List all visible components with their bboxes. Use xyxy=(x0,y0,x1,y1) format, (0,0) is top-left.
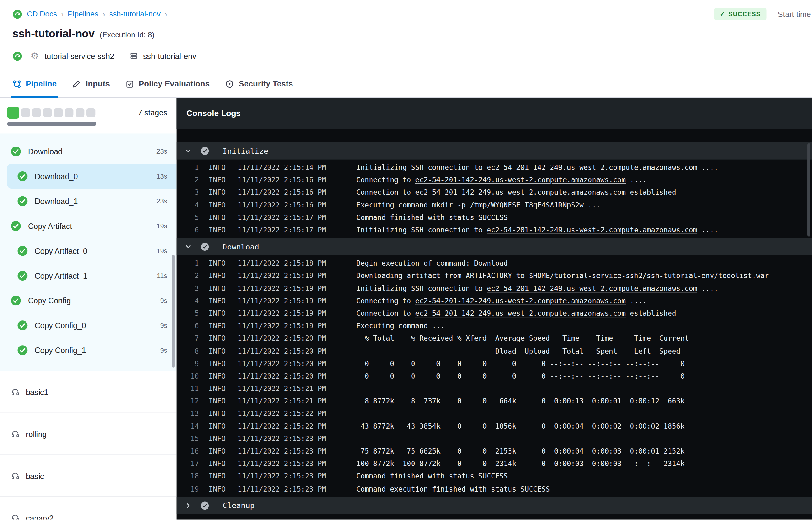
log-link[interactable]: ec2-54-201-142-249.us-west-2.compute.ama… xyxy=(415,297,626,305)
chevron-right-icon[interactable] xyxy=(185,502,192,509)
log-timestamp: 11/11/2022 2:15:23 PM xyxy=(238,434,339,443)
tab-security-tests[interactable]: Security Tests xyxy=(225,70,293,97)
log-text: .... xyxy=(697,226,718,234)
log-link[interactable]: ec2-54-201-142-249.us-west-2.compute.ama… xyxy=(487,226,697,234)
stage-item-collapsed[interactable]: canary2 xyxy=(0,497,177,519)
log-section-header[interactable]: Initialize xyxy=(177,142,812,160)
log-line: 2INFO11/11/2022 2:15:16 PMConnecting to … xyxy=(177,174,812,186)
breadcrumb-link[interactable]: ssh-tutorial-nov xyxy=(109,10,161,18)
log-line-number: 14 xyxy=(177,422,199,430)
chevron-down-icon[interactable] xyxy=(185,244,192,250)
log-text: Initializing SSH connection to xyxy=(356,284,487,293)
log-line-number: 17 xyxy=(177,460,199,468)
execution-id: (Execution Id: 8) xyxy=(100,31,155,39)
tab-policy-evaluations[interactable]: Policy Evaluations xyxy=(125,70,210,97)
tab-pipeline[interactable]: Pipeline xyxy=(13,70,57,97)
log-line: 12INFO11/11/2022 2:15:21 PM 8 8772k 8 73… xyxy=(177,395,812,407)
log-section-header[interactable]: Download xyxy=(177,238,812,255)
log-level: INFO xyxy=(209,188,229,197)
log-text: established xyxy=(626,309,676,318)
log-text: 75 8772k 75 6625k 0 0 2153k 0 0:00:04 0:… xyxy=(356,447,685,456)
log-text: 8 8772k 8 737k 0 0 664k 0 0:00:13 0:00:0… xyxy=(356,397,685,405)
log-link[interactable]: ec2-54-201-142-249.us-west-2.compute.ama… xyxy=(415,176,626,184)
log-message: Connection to ec2-54-201-142-249.us-west… xyxy=(356,309,676,318)
log-line: 9INFO11/11/2022 2:15:20 PM 0 0 0 0 0 0 0… xyxy=(177,357,812,369)
stage-item-collapsed[interactable]: basic xyxy=(0,455,177,497)
stage-progress-scrollbar[interactable] xyxy=(7,122,96,126)
stage-item[interactable]: Copy Config9s xyxy=(0,288,177,313)
check-icon: ✓ xyxy=(720,10,726,17)
log-message: 75 8772k 75 6625k 0 0 2153k 0 0:00:04 0:… xyxy=(356,447,685,456)
log-line-number: 5 xyxy=(177,214,199,222)
log-line: 10INFO11/11/2022 2:15:20 PM 0 0 0 0 0 0 … xyxy=(177,369,812,382)
success-check-icon xyxy=(10,220,21,231)
log-timestamp: 11/11/2022 2:15:17 PM xyxy=(238,214,339,222)
log-message: 0 0 0 0 0 0 0 0 --:--:-- --:--:-- --:--:… xyxy=(356,372,685,380)
log-line-number: 2 xyxy=(177,272,199,280)
log-level: INFO xyxy=(209,226,229,234)
screen: CD Docs›Pipelines›ssh-tutorial-nov› ✓ SU… xyxy=(0,0,812,522)
stage-item[interactable]: Download23s xyxy=(0,139,177,164)
log-line-number: 4 xyxy=(177,297,199,305)
pipeline-icon xyxy=(13,80,21,88)
stage-label: canary2 xyxy=(26,513,54,519)
log-section-title: Cleanup xyxy=(223,501,255,510)
stage-label: Copy Config xyxy=(28,296,70,304)
log-text: Connection to xyxy=(356,188,415,197)
log-text: Executing command ... xyxy=(356,322,445,330)
stage-item[interactable]: Copy Config_09s xyxy=(0,313,177,338)
stage-progress-row: 7 stages xyxy=(7,106,167,119)
log-timestamp: 11/11/2022 2:15:22 PM xyxy=(238,422,339,430)
log-text: Initializing SSH connection to xyxy=(356,163,487,172)
breadcrumb-link[interactable]: CD Docs xyxy=(27,10,57,18)
stage-item[interactable]: Copy Artifact19s xyxy=(0,214,177,238)
log-text: Begin execution of command: Download xyxy=(356,259,508,267)
stage-item[interactable]: Copy Config_19s xyxy=(0,338,177,362)
log-line: 1INFO11/11/2022 2:15:14 PMInitializing S… xyxy=(177,161,812,174)
tab-inputs[interactable]: Inputs xyxy=(72,70,110,97)
stage-progress-pending xyxy=(76,108,84,117)
stage-item[interactable]: Copy Artifact_019s xyxy=(0,238,177,263)
stage-label: basic xyxy=(26,471,44,480)
log-line: 2INFO11/11/2022 2:15:19 PMDownloading ar… xyxy=(177,269,812,282)
console-scrollbar[interactable] xyxy=(807,143,810,237)
log-link[interactable]: ec2-54-201-142-249.us-west-2.compute.ama… xyxy=(415,309,626,318)
log-level: INFO xyxy=(209,447,229,456)
log-line-number: 13 xyxy=(177,409,199,418)
stage-progress-pending xyxy=(86,108,95,117)
log-line-number: 11 xyxy=(177,384,199,393)
stage-label: Download_0 xyxy=(35,172,78,180)
stage-item-collapsed[interactable]: basic1 xyxy=(0,371,177,413)
log-section-header[interactable]: Cleanup xyxy=(177,497,812,514)
service-name[interactable]: tutorial-service-ssh2 xyxy=(44,52,114,60)
log-message: Command finished with status SUCCESS xyxy=(356,472,508,480)
log-link[interactable]: ec2-54-201-142-249.us-west-2.compute.ama… xyxy=(415,188,626,197)
breadcrumb-link[interactable]: Pipelines xyxy=(68,10,98,18)
log-line: 1INFO11/11/2022 2:15:18 PMBegin executio… xyxy=(177,257,812,269)
sidebar-scrollbar[interactable] xyxy=(172,255,175,368)
log-link[interactable]: ec2-54-201-142-249.us-west-2.compute.ama… xyxy=(487,284,697,293)
page-header: CD Docs›Pipelines›ssh-tutorial-nov› ✓ SU… xyxy=(0,0,812,62)
log-text: Connection to xyxy=(356,309,415,318)
log-link[interactable]: ec2-54-201-142-249.us-west-2.compute.ama… xyxy=(487,163,697,172)
stage-item[interactable]: Download_013s xyxy=(7,164,177,188)
log-timestamp: 11/11/2022 2:15:20 PM xyxy=(238,359,339,368)
environment-name[interactable]: ssh-tutorial-env xyxy=(143,52,196,60)
stage-item[interactable]: Download_123s xyxy=(0,188,177,214)
log-line-number: 1 xyxy=(177,163,199,172)
stage-item-collapsed[interactable]: rolling xyxy=(0,413,177,455)
log-timestamp: 11/11/2022 2:15:16 PM xyxy=(238,176,339,184)
log-message: Connecting to ec2-54-201-142-249.us-west… xyxy=(356,176,647,184)
stage-progress-pending xyxy=(54,108,63,117)
log-timestamp: 11/11/2022 2:15:22 PM xyxy=(238,409,339,418)
log-level: INFO xyxy=(209,284,229,293)
security-icon xyxy=(225,80,234,88)
log-text: established xyxy=(626,188,676,197)
stage-item[interactable]: Copy Artifact_111s xyxy=(0,263,177,288)
stage-label: Download xyxy=(28,147,63,156)
chevron-down-icon[interactable] xyxy=(185,147,192,154)
log-line: 14INFO11/11/2022 2:15:22 PM 43 8772k 43 … xyxy=(177,420,812,432)
log-level: INFO xyxy=(209,434,229,443)
inputs-icon xyxy=(72,80,81,88)
log-line-number: 15 xyxy=(177,434,199,443)
